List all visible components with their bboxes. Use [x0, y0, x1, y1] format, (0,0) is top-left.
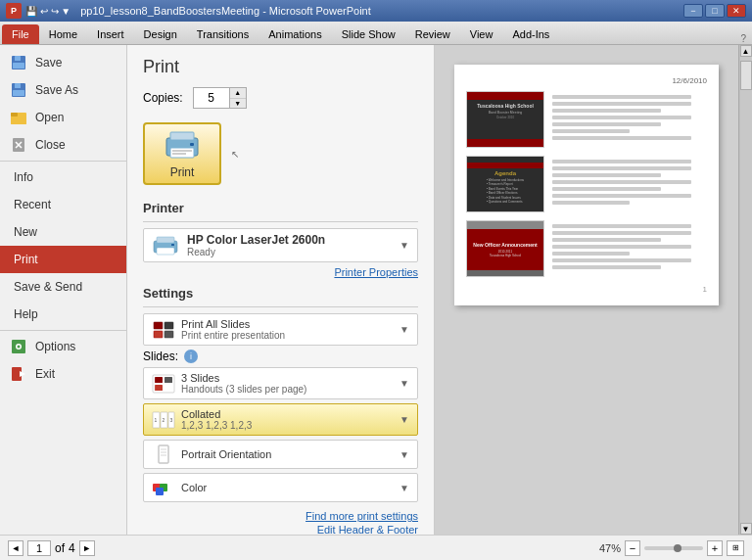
preview-scrollbar[interactable]: ▲ ▼	[738, 45, 752, 535]
minimize-button[interactable]: −	[683, 4, 703, 18]
options-icon	[10, 338, 27, 355]
printer-name: HP Color LaserJet 2600n	[187, 233, 392, 247]
handouts-icon	[152, 374, 175, 394]
sidebar-item-help[interactable]: Help	[0, 301, 126, 328]
zoom-bar: 47% − + ⊞	[599, 540, 744, 556]
ribbon-bar: File Home Insert Design Transitions Anim…	[0, 22, 752, 45]
page-number-input[interactable]	[27, 540, 51, 556]
zoom-slider-thumb[interactable]	[674, 544, 682, 552]
settings-section-title: Settings	[143, 286, 418, 301]
copies-up-button[interactable]: ▲	[230, 88, 246, 98]
scroll-thumb[interactable]	[740, 61, 752, 90]
thumb2-items: • Welcome and Introductions • Treasurer'…	[487, 178, 524, 205]
sidebar-item-close[interactable]: Close	[0, 131, 126, 159]
svg-rect-18	[170, 132, 194, 140]
printer-properties-link[interactable]: Printer Properties	[143, 266, 418, 278]
sidebar: Save Save As Open	[0, 45, 127, 535]
print-panel: Print Copies: ▲ ▼	[127, 45, 435, 535]
tab-view[interactable]: View	[460, 24, 503, 44]
sidebar-item-recent[interactable]: Recent	[0, 191, 126, 218]
tab-review[interactable]: Review	[405, 24, 460, 44]
slide-line	[552, 122, 661, 126]
tab-addins[interactable]: Add-Ins	[502, 24, 559, 44]
content-area: Print Copies: ▲ ▼	[127, 45, 752, 535]
app-icon: P	[6, 3, 22, 19]
bottom-bar: ◄ of 4 ► 47% − + ⊞	[0, 535, 752, 560]
sidebar-item-print[interactable]: Print	[0, 246, 126, 273]
orientation-text: Portrait Orientation	[181, 448, 394, 460]
thumb3-title: New Officer Announcement	[473, 242, 537, 249]
sidebar-item-info[interactable]: Info	[0, 163, 126, 191]
separator-1	[0, 161, 126, 162]
thumb2-title: Agenda	[487, 170, 524, 176]
svg-rect-26	[171, 244, 174, 246]
of-label: of	[55, 541, 65, 555]
prev-page-btn[interactable]: ◄	[8, 540, 24, 556]
print-all-sub: Print entire presentation	[181, 330, 394, 341]
tab-home[interactable]: Home	[39, 24, 87, 44]
exit-label: Exit	[35, 367, 55, 381]
sidebar-item-savesend[interactable]: Save & Send	[0, 273, 126, 301]
thumb1-bottombar	[467, 139, 543, 147]
copies-input[interactable]	[194, 88, 229, 108]
printer-row[interactable]: HP Color LaserJet 2600n Ready ▼	[143, 228, 418, 262]
sidebar-item-options[interactable]: Options	[0, 333, 126, 360]
slides-value-sub: Handouts (3 slides per page)	[181, 384, 394, 395]
slide-lines-2	[552, 156, 707, 205]
svg-text:2: 2	[163, 417, 165, 423]
tab-animations[interactable]: Animations	[258, 24, 331, 44]
maximize-button[interactable]: □	[705, 4, 725, 18]
thumb1-date: October 2010	[477, 116, 534, 119]
more-settings-link[interactable]: Find more print settings	[143, 510, 418, 522]
zoom-plus-btn[interactable]: +	[707, 540, 723, 556]
svg-rect-22	[172, 153, 186, 155]
sidebar-item-open[interactable]: Open	[0, 104, 126, 131]
slide-line	[552, 194, 691, 198]
svg-point-14	[18, 346, 21, 349]
tab-insert[interactable]: Insert	[87, 24, 134, 44]
tab-transitions[interactable]: Transitions	[187, 24, 258, 44]
tab-file[interactable]: File	[2, 24, 39, 44]
print-all-slides-row[interactable]: Print All Slides Print entire presentati…	[143, 313, 418, 346]
window-title: pp10_lesson8_BandBoostersMeeting - Micro…	[80, 5, 371, 17]
copies-down-button[interactable]: ▼	[230, 98, 246, 108]
open-label: Open	[35, 111, 64, 124]
collated-text: Collated 1,2,3 1,2,3 1,2,3	[181, 408, 394, 431]
sidebar-item-exit[interactable]: Exit	[0, 360, 126, 388]
next-page-btn[interactable]: ►	[79, 540, 95, 556]
close-button[interactable]: ✕	[727, 4, 746, 18]
main-layout: Save Save As Open	[0, 45, 752, 535]
total-pages: 4	[69, 541, 75, 555]
slides-row: Slides: i	[143, 350, 418, 363]
print-button-label: Print	[170, 165, 195, 179]
collated-icon: 1 2 3	[152, 410, 175, 430]
slide-line	[552, 180, 691, 184]
preview-scroll[interactable]: 12/6/2010 Tuscaloosa High School Band Bo…	[435, 45, 738, 535]
sidebar-item-save[interactable]: Save	[0, 49, 126, 76]
print-button[interactable]: Print	[143, 122, 221, 185]
svg-rect-8	[11, 113, 18, 117]
printer-status: Ready	[187, 247, 392, 257]
thumb2-content: Agenda • Welcome and Introductions • Tre…	[484, 168, 527, 207]
tab-design[interactable]: Design	[134, 24, 187, 44]
slide-row-1: Tuscaloosa High School Band Booster Meet…	[466, 91, 707, 148]
orientation-row[interactable]: Portrait Orientation ▼	[143, 440, 418, 469]
color-row[interactable]: Color ▼	[143, 473, 418, 502]
tab-slideshow[interactable]: Slide Show	[332, 24, 405, 44]
scroll-up-btn[interactable]: ▲	[740, 45, 752, 57]
scroll-down-btn[interactable]: ▼	[740, 523, 752, 535]
copies-spinner: ▲ ▼	[229, 88, 246, 108]
zoom-minus-btn[interactable]: −	[625, 540, 640, 556]
collated-arrow: ▼	[400, 414, 409, 425]
slide-line	[552, 252, 630, 256]
orientation-arrow: ▼	[400, 449, 409, 460]
sidebar-item-saveas[interactable]: Save As	[0, 76, 126, 104]
preview-date: 12/6/2010	[466, 76, 707, 85]
collated-row[interactable]: 1 2 3 Collated 1,2,3 1,2,3 1,2,3 ▼	[143, 403, 418, 436]
header-footer-link[interactable]: Edit Header & Footer	[143, 524, 418, 535]
slides-info-icon[interactable]: i	[184, 350, 198, 363]
sidebar-item-new[interactable]: New	[0, 218, 126, 246]
slides-value-row[interactable]: 3 Slides Handouts (3 slides per page) ▼	[143, 367, 418, 399]
exit-icon	[10, 365, 27, 383]
fit-page-btn[interactable]: ⊞	[727, 540, 744, 556]
